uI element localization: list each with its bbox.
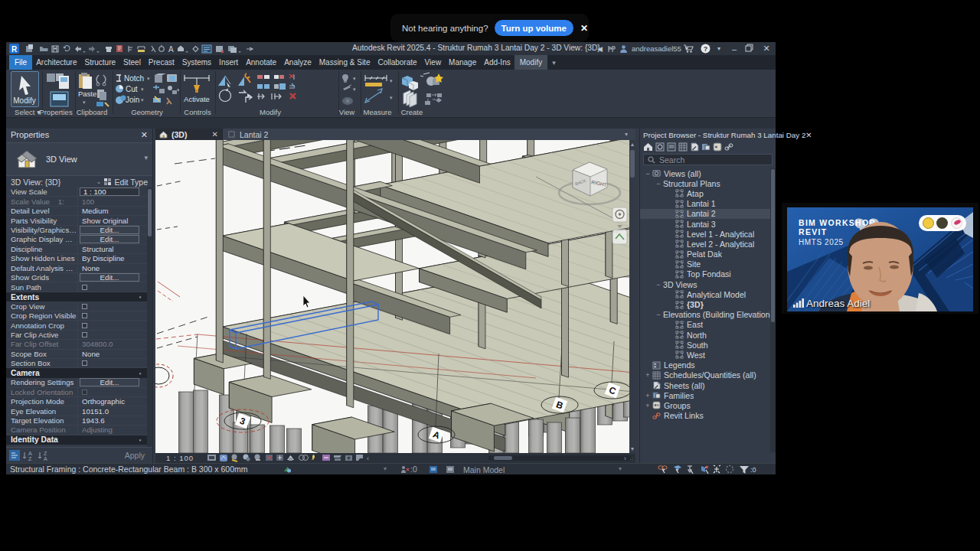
svg-text:A: A: [28, 451, 32, 456]
svg-text:‹: ‹: [367, 455, 369, 462]
svg-text:Join: Join: [126, 96, 139, 104]
svg-text:▾: ▾: [83, 99, 86, 105]
svg-text:Notch: Notch: [124, 74, 144, 83]
svg-text::0: :0: [750, 466, 756, 474]
svg-text:A: A: [44, 456, 47, 461]
svg-text:▾: ▾: [353, 76, 356, 81]
svg-text:Z: Z: [28, 456, 32, 461]
svg-text:?: ?: [704, 45, 708, 53]
svg-text:▾: ▾: [147, 76, 150, 81]
svg-text:▾: ▾: [390, 78, 393, 83]
svg-text:▾: ▾: [353, 86, 356, 92]
svg-text:Z: Z: [44, 451, 47, 456]
svg-text:▾: ▾: [177, 87, 179, 93]
svg-text:▾: ▾: [390, 95, 393, 100]
svg-text:▾: ▾: [141, 86, 144, 92]
svg-text:Activate: Activate: [184, 95, 210, 103]
svg-text:A: A: [168, 45, 174, 54]
svg-text:▾: ▾: [141, 97, 144, 103]
svg-text:Modify: Modify: [13, 96, 35, 105]
svg-text:R: R: [11, 45, 18, 54]
svg-text:Cut: Cut: [126, 85, 138, 93]
svg-text:Paste: Paste: [78, 90, 96, 98]
